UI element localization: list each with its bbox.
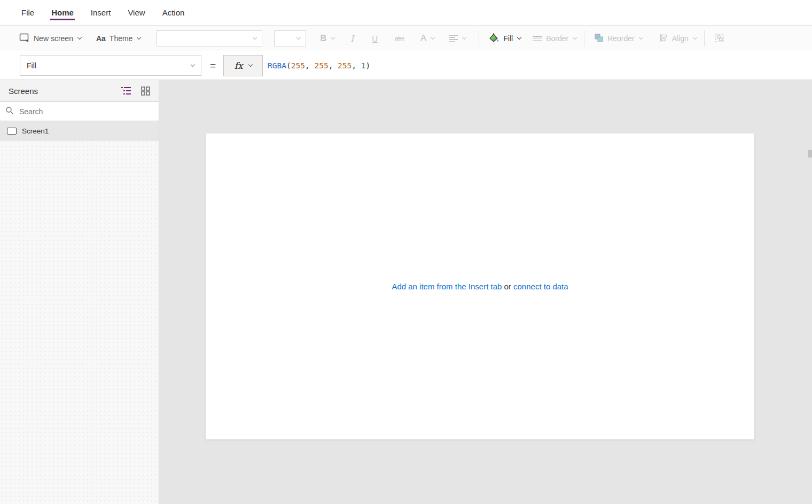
- fx-button[interactable]: fx: [223, 55, 263, 76]
- ribbon-toolbar: New screen Aa Theme B I U abc A: [0, 26, 812, 51]
- formula-token: 1: [361, 61, 366, 70]
- italic-button[interactable]: I: [350, 34, 354, 44]
- border-label: Border: [546, 34, 568, 43]
- bold-icon: B: [320, 34, 326, 43]
- connect-to-data-link[interactable]: connect to data: [513, 282, 568, 291]
- ribbon-separator: [584, 30, 584, 46]
- menu-insert[interactable]: Insert: [90, 5, 112, 20]
- theme-icon: Aa: [96, 34, 106, 43]
- formula-token: ,: [305, 61, 314, 70]
- formula-token: ): [366, 61, 371, 70]
- screen-item-label: Screen1: [22, 127, 49, 135]
- search-input[interactable]: [18, 107, 153, 116]
- menu-home[interactable]: Home: [50, 5, 75, 20]
- align-left-icon: [449, 34, 458, 43]
- menu-file[interactable]: File: [20, 5, 35, 20]
- chevron-down-icon: [191, 62, 195, 66]
- strikethrough-icon: abc: [395, 35, 404, 42]
- fx-icon: fx: [235, 60, 243, 71]
- canvas-area: Add an item from the Insert tab or conne…: [159, 80, 812, 504]
- align-button[interactable]: Align: [659, 33, 697, 44]
- underline-button[interactable]: U: [372, 34, 378, 43]
- formula-token: 255: [291, 61, 305, 70]
- screens-panel-title: Screens: [9, 86, 121, 96]
- formula-token: ,: [352, 61, 361, 70]
- font-size-dropdown[interactable]: [274, 30, 306, 46]
- chevron-down-icon: [331, 35, 335, 40]
- thumbnail-view-icon[interactable]: [140, 86, 150, 96]
- underline-icon: U: [372, 34, 378, 43]
- new-screen-button[interactable]: New screen: [19, 33, 81, 44]
- formula-input[interactable]: RGBA(255, 255, 255, 1): [268, 61, 370, 70]
- tree-view-icon[interactable]: [121, 86, 131, 96]
- fill-button[interactable]: Fill: [488, 33, 521, 45]
- chevron-down-icon: [639, 35, 643, 40]
- theme-button[interactable]: Aa Theme: [96, 34, 140, 43]
- screen-thumbnail-icon: [7, 128, 17, 135]
- property-selected-label: Fill: [27, 61, 36, 70]
- group-button[interactable]: [714, 33, 725, 45]
- property-dropdown[interactable]: Fill: [20, 56, 201, 76]
- formula-token: ,: [329, 61, 338, 70]
- italic-icon: I: [350, 34, 354, 44]
- fill-label: Fill: [503, 34, 513, 43]
- bold-button[interactable]: B: [320, 34, 334, 43]
- font-color-icon: A: [420, 33, 426, 44]
- chevron-down-icon: [248, 62, 252, 66]
- screens-search: [0, 101, 159, 121]
- fill-bucket-icon: [488, 33, 499, 45]
- chevron-down-icon: [462, 35, 466, 40]
- app-menubar: File Home Insert View Action: [0, 0, 812, 26]
- screen-canvas[interactable]: Add an item from the Insert tab or conne…: [206, 133, 754, 439]
- screen-list-item[interactable]: Screen1: [0, 121, 159, 141]
- font-color-button[interactable]: A: [420, 33, 434, 44]
- ribbon-separator: [704, 30, 705, 46]
- align-label: Align: [672, 34, 689, 43]
- workspace: Screens: [0, 80, 812, 504]
- reorder-button[interactable]: Reorder: [594, 33, 643, 44]
- formula-bar: Fill = fx RGBA(255, 255, 255, 1): [0, 51, 812, 80]
- new-screen-icon: [19, 33, 30, 44]
- chevron-down-icon: [296, 35, 301, 40]
- chevron-down-icon: [517, 35, 521, 40]
- strikethrough-button[interactable]: abc: [395, 35, 404, 42]
- chevron-down-icon: [431, 35, 435, 40]
- formula-token: RGBA: [268, 61, 286, 70]
- menu-view[interactable]: View: [127, 5, 146, 20]
- text-align-button[interactable]: [449, 34, 466, 43]
- formula-token: 255: [314, 61, 328, 70]
- hint-or-text: or: [502, 282, 513, 291]
- align-objects-icon: [659, 33, 668, 44]
- new-screen-label: New screen: [34, 34, 73, 43]
- formula-token: (: [286, 61, 291, 70]
- theme-label: Theme: [110, 34, 133, 43]
- chevron-down-icon: [253, 35, 257, 40]
- chevron-down-icon: [693, 35, 697, 40]
- insert-tab-link[interactable]: Add an item from the Insert tab: [392, 282, 502, 291]
- equals-sign: =: [210, 60, 216, 72]
- menu-action[interactable]: Action: [161, 5, 186, 20]
- screens-panel-header: Screens: [0, 80, 159, 101]
- group-icon: [714, 33, 725, 45]
- border-button[interactable]: Border: [533, 34, 576, 43]
- reorder-label: Reorder: [607, 34, 635, 43]
- vertical-scrollbar-thumb[interactable]: [808, 150, 812, 158]
- formula-token: 255: [338, 61, 352, 70]
- view-toggle-group: [121, 86, 150, 96]
- reorder-icon: [594, 33, 604, 44]
- screens-panel: Screens: [0, 80, 159, 504]
- ribbon-separator: [479, 30, 479, 46]
- chevron-down-icon: [77, 35, 82, 40]
- chevron-down-icon: [137, 35, 141, 40]
- search-icon: [5, 106, 14, 117]
- border-icon: [533, 35, 542, 42]
- font-family-dropdown[interactable]: [157, 30, 262, 46]
- chevron-down-icon: [573, 35, 577, 40]
- empty-canvas-hint: Add an item from the Insert tab or conne…: [392, 282, 568, 291]
